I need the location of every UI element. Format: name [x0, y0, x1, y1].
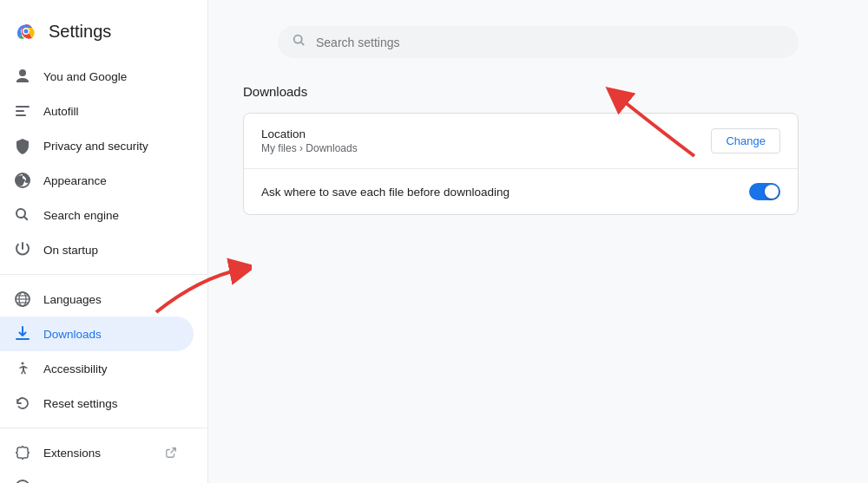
ask-save-toggle[interactable] [749, 183, 780, 200]
sidebar-item-label: Accessibility [43, 362, 108, 375]
sidebar-divider-2 [0, 428, 207, 428]
power-icon [14, 241, 31, 258]
app-title: Settings [49, 22, 111, 42]
search-input[interactable] [316, 36, 785, 49]
sidebar-item-autofill[interactable]: Autofill [0, 94, 194, 128]
sidebar-item-label: You and Google [43, 70, 127, 83]
red-arrow-1 [208, 251, 252, 321]
svg-point-2 [24, 29, 29, 34]
sidebar-item-label: Reset settings [43, 397, 118, 410]
sidebar-header: Settings [0, 10, 207, 59]
location-info: Location My files › Downloads [261, 127, 358, 154]
sidebar: Settings You and Google Autofill Privacy… [0, 0, 208, 483]
location-row: Location My files › Downloads Change [244, 114, 798, 168]
sidebar-item-search-engine[interactable]: Search engine [0, 198, 194, 232]
main-content: Downloads Location My files › Downloads … [208, 0, 868, 483]
sidebar-item-extensions[interactable]: Extensions [0, 435, 194, 470]
globe-icon [14, 290, 31, 308]
sidebar-item-appearance[interactable]: Appearance [0, 163, 194, 198]
extensions-icon [14, 444, 31, 461]
sidebar-item-label: Downloads [43, 328, 102, 341]
location-path: My files › Downloads [261, 142, 358, 154]
search-bar-icon [292, 33, 307, 51]
download-icon [14, 325, 31, 343]
location-label: Location [261, 127, 358, 140]
svg-point-12 [22, 362, 24, 365]
svg-rect-5 [16, 114, 26, 116]
downloads-section: Downloads Location My files › Downloads … [243, 84, 833, 215]
change-button[interactable]: Change [711, 128, 780, 153]
sidebar-item-privacy-security[interactable]: Privacy and security [0, 128, 194, 163]
sidebar-item-accessibility[interactable]: Accessibility [0, 351, 194, 386]
search-bar [278, 26, 799, 58]
sidebar-item-label: Privacy and security [43, 140, 148, 153]
svg-rect-3 [16, 106, 30, 108]
sidebar-item-label: Appearance [43, 174, 107, 187]
accessibility-icon [14, 360, 31, 377]
sidebar-item-label: On startup [43, 244, 98, 257]
sidebar-divider [0, 274, 207, 275]
autofill-icon [14, 102, 31, 120]
settings-card: Location My files › Downloads Change Ask… [243, 113, 799, 215]
search-bar-container [243, 26, 833, 58]
chrome-logo-icon [14, 19, 38, 43]
sidebar-item-about-chrome[interactable]: About Chrome [0, 470, 194, 483]
sidebar-item-reset-settings[interactable]: Reset settings [0, 386, 194, 421]
external-link-icon [162, 444, 180, 461]
sidebar-item-label: Extensions [43, 447, 101, 460]
section-title: Downloads [243, 84, 833, 99]
svg-rect-4 [16, 110, 24, 112]
ask-save-row: Ask where to save each file before downl… [244, 168, 798, 214]
person-icon [14, 68, 31, 85]
appearance-icon [14, 172, 31, 189]
sidebar-item-label: Languages [43, 293, 102, 306]
sidebar-item-downloads[interactable]: Downloads [0, 317, 194, 351]
sidebar-item-you-and-google[interactable]: You and Google [0, 59, 194, 94]
search-icon [14, 206, 31, 224]
sidebar-item-languages[interactable]: Languages [0, 282, 194, 317]
ask-save-label: Ask where to save each file before downl… [261, 186, 510, 199]
about-icon [14, 479, 31, 483]
sidebar-item-label: Autofill [43, 105, 79, 118]
sidebar-item-label: Search engine [43, 209, 119, 222]
shield-icon [14, 137, 31, 154]
sidebar-item-on-startup[interactable]: On startup [0, 232, 194, 267]
reset-icon [14, 395, 31, 412]
